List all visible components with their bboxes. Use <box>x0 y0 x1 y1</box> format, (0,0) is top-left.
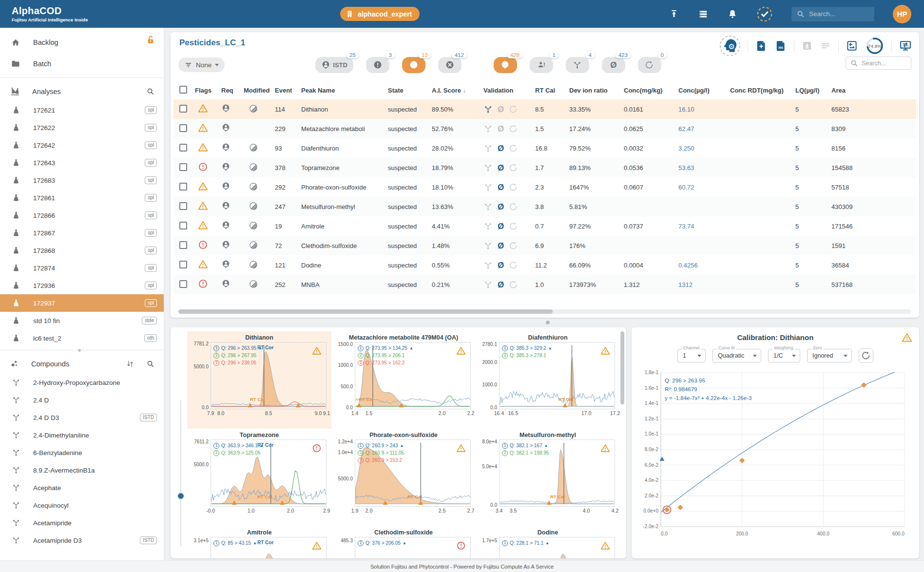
validate-check-icon[interactable] <box>756 6 773 22</box>
column-header[interactable]: Conc(mg/kg) <box>624 87 678 94</box>
chromatogram-cell[interactable]: Amitrole3.1e+51Q: 85 > 43.15▲RT Cor <box>187 526 331 558</box>
row-checkbox[interactable] <box>179 222 187 229</box>
column-header[interactable]: Event <box>275 87 301 94</box>
validate-hook-icon[interactable] <box>483 183 493 192</box>
table-row[interactable]: 247 Metsulfuron-methyl suspected 13.63% … <box>173 197 916 216</box>
table-row[interactable]: 378 Topramezone suspected 18.79% Ø 1.7 8… <box>173 158 916 177</box>
compound-item[interactable]: 8.9.Z-AvermectinB1a <box>0 461 164 479</box>
row-checkbox[interactable] <box>179 144 187 152</box>
filter-chip-question[interactable]: ?13 <box>402 57 425 73</box>
reject-slash-icon[interactable]: Ø <box>498 222 504 230</box>
column-header[interactable]: LQ(µg/l) <box>795 87 831 94</box>
reset-icon[interactable] <box>509 241 518 250</box>
add-image-icon[interactable] <box>846 39 858 52</box>
export-xls-icon[interactable]: xls <box>774 39 787 52</box>
validate-hook-icon[interactable] <box>483 163 493 172</box>
reject-slash-icon[interactable]: Ø <box>498 164 504 172</box>
conc-ugl-link[interactable]: 62.47 <box>678 125 730 133</box>
reset-icon[interactable] <box>509 144 518 153</box>
analysis-item[interactable]: 172642 spl <box>0 136 164 154</box>
reject-slash-icon[interactable]: Ø <box>498 105 504 114</box>
notifications-bell-icon[interactable] <box>727 9 738 19</box>
filter-chip-reset[interactable]: 0 <box>638 57 661 73</box>
compound-item[interactable]: Acetamipride D3ISTD <box>0 532 164 549</box>
reset-icon[interactable] <box>509 261 518 270</box>
filter-chip-person-alert[interactable]: 1 <box>530 57 553 73</box>
chromatogram-cell[interactable]: Phorate-oxon-sulfoxide1.2e+41.0e+45000.0… <box>331 429 476 526</box>
conc-ugl-link[interactable]: 73.74 <box>678 223 730 230</box>
row-checkbox[interactable] <box>179 124 187 132</box>
table-row[interactable]: 93 Diafenthiuron suspected 28.02% Ø 16.8… <box>173 138 916 158</box>
validate-hook-icon[interactable] <box>483 241 493 250</box>
validate-hook-icon[interactable] <box>483 124 493 133</box>
analysis-item[interactable]: 172868 spl <box>0 242 164 259</box>
select-all-checkbox[interactable] <box>179 86 187 94</box>
column-header[interactable]: Dev ion ratio <box>569 87 624 94</box>
reset-icon[interactable] <box>509 124 518 133</box>
table-search[interactable] <box>846 57 911 70</box>
table-row[interactable]: 252 MNBA suspected 0.21% Ø 1.0 173973% 1… <box>173 275 916 294</box>
filter-chip-person[interactable]: 428 <box>494 57 517 73</box>
analysis-item[interactable]: 172622 spl <box>0 119 164 136</box>
conc-ugl-link[interactable]: 16.10 <box>678 106 730 113</box>
validate-hook-icon[interactable] <box>483 144 493 153</box>
table-search-input[interactable] <box>862 60 905 67</box>
lock-icon[interactable] <box>145 35 156 45</box>
control-select[interactable]: Ignored <box>807 349 852 362</box>
validate-hook-icon[interactable] <box>483 105 493 114</box>
screen-share-icon[interactable] <box>899 39 912 53</box>
reject-slash-icon[interactable]: Ø <box>498 281 504 289</box>
reject-slash-icon[interactable]: Ø <box>498 125 504 133</box>
column-header[interactable]: Area <box>831 87 878 94</box>
zoom-slider-knob[interactable] <box>178 493 184 499</box>
column-header[interactable]: Modified <box>244 87 275 94</box>
compound-item[interactable]: 2.4 D D3ISTD <box>0 409 164 426</box>
conc-ugl-link[interactable]: 53.63 <box>678 164 730 172</box>
chromatogram-cell[interactable]: Clethodim-sulfoxide485.31Q: 376 > 206.05… <box>331 526 476 558</box>
reject-slash-icon[interactable]: Ø <box>498 261 504 269</box>
filter-dropdown[interactable]: None <box>178 57 225 72</box>
compounds-sort-icon[interactable] <box>126 360 135 368</box>
chromatograms-scrollbar[interactable] <box>620 331 624 404</box>
analysis-item[interactable]: lc6 test_2 oth <box>0 329 164 347</box>
sidebar-item-batch[interactable]: Batch <box>0 53 164 75</box>
reset-icon[interactable] <box>509 280 518 289</box>
chromatogram-cell[interactable]: Diafenthiuron2780.12000.01000.00.016.416… <box>476 331 620 429</box>
compound-item[interactable]: 6-Benzyladenine <box>0 444 164 461</box>
validate-hook-icon[interactable] <box>483 202 493 211</box>
filter-chip-cross[interactable]: 412 <box>438 57 462 73</box>
column-header[interactable]: Validation <box>483 87 535 94</box>
compound-item[interactable]: 2.4 D <box>0 391 164 409</box>
column-header[interactable]: RT Cal <box>535 87 569 94</box>
new-document-icon[interactable] <box>755 39 768 52</box>
column-header[interactable]: Conc RDT(mg/kg) <box>730 87 795 94</box>
chromatogram-cell[interactable]: Dodine1.7e+51Q: 228.1 > 71.1▲ <box>476 526 620 558</box>
analysis-item[interactable]: 172621 spl <box>0 101 164 119</box>
ai-assistant-icon[interactable]: ⚙ <box>719 35 741 57</box>
row-checkbox[interactable] <box>179 202 187 210</box>
analysis-item[interactable]: 172683 spl <box>0 172 164 189</box>
chromatogram-cell[interactable]: Metsulfuron-methyl8.0e+45.0e+40.03.43.54… <box>476 429 620 526</box>
chromatogram-cell[interactable]: Dithianon7781.25000.00.07.98.08.59.09.11… <box>187 331 331 429</box>
calibration-reset-button[interactable] <box>859 348 873 363</box>
conc-ugl-link[interactable]: 3.250 <box>678 145 730 152</box>
storage-icon[interactable] <box>698 9 709 19</box>
workspace-badge[interactable]: alphacod_expert <box>340 7 420 21</box>
filter-chip-slash[interactable]: Ø423 <box>602 57 625 73</box>
column-header[interactable]: Peak Name <box>301 87 388 94</box>
conc-ugl-link[interactable]: 0.4256 <box>678 262 730 269</box>
compound-item[interactable]: Acephate <box>0 479 164 496</box>
table-row[interactable]: 114 Dithianon suspected 89.50% Ø 8.5 33.… <box>173 99 916 119</box>
table-row[interactable]: 121 Dodine suspected 0.55% Ø 11.2 66.09%… <box>173 255 916 275</box>
reject-slash-icon[interactable]: Ø <box>498 242 504 250</box>
sidebar-item-backlog[interactable]: Backlog <box>0 32 164 53</box>
global-search-input[interactable] <box>809 10 867 18</box>
reset-icon[interactable] <box>509 105 518 114</box>
user-avatar[interactable]: HP <box>893 5 911 23</box>
reject-slash-icon[interactable]: Ø <box>498 183 504 191</box>
chromatogram-cell[interactable]: Metazachlore metabolite 479M04 (OA)1500.… <box>331 331 476 429</box>
table-row[interactable]: 292 Phorate-oxon-sulfoxide suspected 18.… <box>173 177 916 197</box>
table-row[interactable]: 19 Amitrole suspected 4.41% Ø 0.7 97.22%… <box>173 216 916 236</box>
column-header[interactable]: Req <box>221 87 244 94</box>
analyses-search-icon[interactable] <box>146 87 155 96</box>
